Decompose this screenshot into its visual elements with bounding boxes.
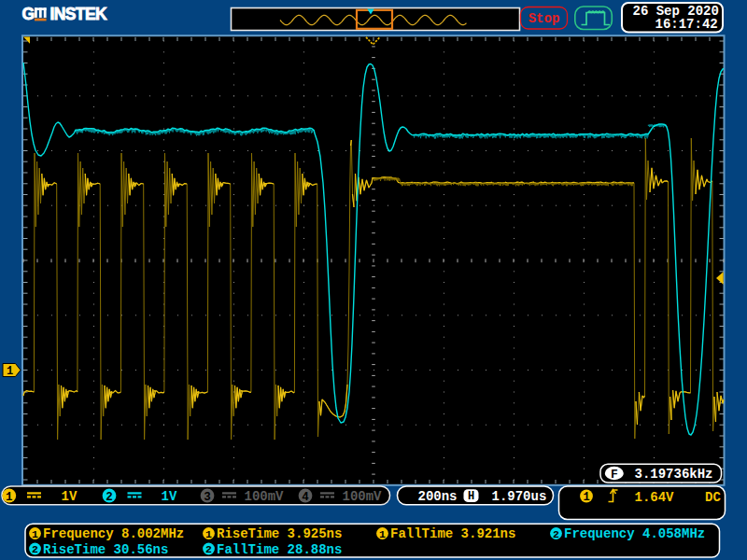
svg-text:RiseTime 3.925ns: RiseTime 3.925ns (217, 526, 342, 541)
svg-text:Frequency 8.002MHz: Frequency 8.002MHz (43, 526, 184, 541)
svg-text:1: 1 (7, 365, 13, 378)
svg-text:1: 1 (32, 528, 38, 540)
svg-text:1: 1 (6, 491, 13, 504)
svg-text:G: G (22, 5, 35, 23)
svg-text:Stop: Stop (529, 11, 560, 26)
svg-text:F: F (611, 468, 618, 482)
svg-text:H: H (468, 490, 474, 503)
svg-text:200ns: 200ns (418, 489, 458, 504)
svg-text:100mV: 100mV (245, 489, 285, 504)
svg-text:1: 1 (205, 528, 212, 540)
svg-text:RiseTime 30.56ns: RiseTime 30.56ns (43, 542, 168, 557)
svg-text:1V: 1V (162, 489, 177, 504)
svg-text:2: 2 (106, 491, 113, 504)
svg-text:3: 3 (204, 491, 211, 504)
svg-text:2: 2 (553, 528, 559, 540)
svg-text:INSTEK: INSTEK (50, 5, 108, 23)
svg-text:DC: DC (705, 490, 721, 505)
svg-text:16:17:42: 16:17:42 (655, 17, 718, 32)
svg-text:FallTime 28.88ns: FallTime 28.88ns (217, 542, 342, 557)
svg-text:Frequency 4.058MHz: Frequency 4.058MHz (564, 526, 705, 541)
svg-text:FallTime 3.921ns: FallTime 3.921ns (390, 526, 515, 541)
svg-text:1V: 1V (62, 489, 78, 504)
svg-text:3.19736kHz: 3.19736kHz (635, 467, 713, 482)
svg-text:4: 4 (302, 491, 309, 504)
svg-text:100mV: 100mV (343, 489, 383, 504)
svg-text:2: 2 (205, 543, 212, 555)
svg-text:2: 2 (32, 543, 38, 555)
svg-text:1.64V: 1.64V (635, 490, 675, 505)
svg-text:1.970us: 1.970us (492, 489, 547, 504)
svg-text:1: 1 (583, 491, 589, 504)
svg-text:1: 1 (379, 528, 386, 540)
